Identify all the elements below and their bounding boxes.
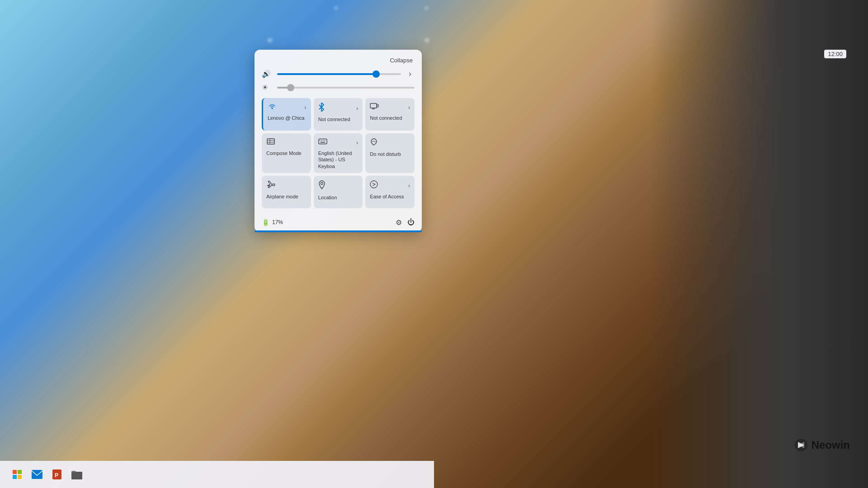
svg-rect-20	[32, 470, 42, 479]
action-center-bottom-bar: 🔋 17% ⚙ ⏻	[262, 215, 415, 227]
volume-fill	[277, 73, 376, 75]
bluetooth-tile[interactable]: › Not connected	[314, 98, 363, 131]
powerpoint-app-icon[interactable]: P	[49, 466, 65, 483]
location-label: Location	[318, 194, 337, 201]
easeofaccess-icon	[370, 180, 378, 191]
device-frame-overlay	[651, 0, 868, 488]
project-tile-top: ›	[370, 103, 410, 112]
easeofaccess-arrow[interactable]: ›	[408, 182, 410, 189]
panel-accent-bar	[255, 230, 422, 232]
airplane-tile-top	[266, 180, 307, 191]
settings-icon[interactable]: ⚙	[396, 218, 402, 227]
easeofaccess-tile[interactable]: › Ease of Access	[365, 176, 415, 208]
brightness-slider[interactable]	[277, 87, 415, 89]
svg-rect-16	[13, 470, 17, 474]
svg-point-15	[370, 181, 377, 188]
brightness-row: ☀	[262, 83, 415, 92]
volume-thumb[interactable]	[373, 70, 380, 78]
mail-app-icon[interactable]	[29, 466, 45, 483]
location-tile[interactable]: Location	[314, 176, 363, 208]
light-spot-1	[268, 38, 272, 42]
light-spot-3	[425, 7, 428, 9]
svg-point-14	[321, 182, 323, 184]
airplane-icon	[266, 180, 275, 191]
compose-label: Compose Mode	[266, 150, 302, 156]
keyboard-tile-top: ›	[318, 138, 359, 147]
neowin-watermark: Neowin	[794, 438, 850, 452]
bluetooth-icon	[318, 103, 325, 113]
files-app-icon[interactable]	[69, 466, 85, 483]
battery-percent: 17%	[272, 219, 283, 225]
easeofaccess-tile-top: ›	[370, 180, 410, 191]
wifi-tile-top: ›	[268, 103, 307, 112]
svg-rect-19	[18, 475, 22, 479]
project-icon	[370, 103, 379, 112]
location-icon	[318, 180, 326, 192]
battery-icon: 🔋	[262, 219, 269, 226]
compose-tile[interactable]: Compose Mode	[262, 133, 311, 173]
brightness-thumb[interactable]	[287, 84, 294, 91]
keyboard-icon	[318, 138, 327, 147]
time-display: 12:00	[824, 50, 846, 58]
project-label: Not connected	[370, 115, 402, 121]
svg-rect-4	[267, 139, 274, 144]
keyboard-tile[interactable]: › English (United States) - US Keyboa	[314, 133, 363, 173]
light-spot-4	[425, 38, 429, 42]
keyboard-label: English (United States) - US Keyboa	[318, 150, 359, 169]
donotdisturb-icon	[370, 138, 378, 148]
bluetooth-label: Not connected	[318, 116, 350, 122]
bluetooth-arrow[interactable]: ›	[356, 105, 358, 112]
brightness-fill	[277, 87, 291, 89]
donotdisturb-tile[interactable]: Do not disturb	[365, 133, 415, 173]
svg-point-0	[272, 108, 273, 109]
volume-row: 🔊 ›	[262, 69, 415, 79]
svg-rect-1	[370, 103, 377, 108]
airplane-tile[interactable]: Airplane mode	[262, 176, 311, 208]
svg-rect-2	[377, 104, 378, 107]
collapse-button[interactable]: Collapse	[262, 57, 415, 64]
neowin-label: Neowin	[811, 439, 850, 451]
bottom-icons: ⚙ ⏻	[396, 218, 415, 227]
compose-icon	[266, 138, 275, 147]
donotdisturb-label: Do not disturb	[370, 151, 401, 157]
volume-slider[interactable]	[277, 73, 401, 75]
project-tile[interactable]: › Not connected	[365, 98, 415, 131]
start-button[interactable]	[9, 466, 25, 483]
keyboard-arrow[interactable]: ›	[356, 139, 358, 146]
location-tile-top	[318, 180, 359, 192]
battery-info: 🔋 17%	[262, 219, 283, 226]
action-center-panel: Collapse 🔊 › ☀	[255, 50, 422, 232]
airplane-label: Airplane mode	[266, 193, 298, 200]
quick-actions-grid: › Lenovo @ Chica › Not connected	[262, 98, 415, 208]
project-arrow[interactable]: ›	[408, 104, 410, 111]
svg-rect-18	[13, 475, 17, 479]
svg-rect-8	[319, 139, 327, 144]
donotdisturb-tile-top	[370, 138, 410, 148]
volume-icon: 🔊	[262, 70, 273, 78]
wifi-label: Lenovo @ Chica	[268, 115, 305, 121]
wifi-icon	[268, 103, 277, 112]
svg-rect-23	[71, 472, 82, 479]
easeofaccess-label: Ease of Access	[370, 193, 404, 200]
brightness-icon: ☀	[262, 83, 273, 92]
light-spot-2	[335, 7, 337, 9]
svg-rect-17	[18, 470, 22, 474]
wifi-arrow[interactable]: ›	[304, 104, 306, 111]
volume-arrow[interactable]: ›	[406, 69, 415, 79]
compose-tile-top	[266, 138, 307, 147]
bluetooth-tile-top: ›	[318, 103, 359, 113]
power-icon[interactable]: ⏻	[407, 218, 415, 226]
wifi-tile[interactable]: › Lenovo @ Chica	[262, 98, 311, 131]
taskbar: P	[0, 461, 434, 488]
svg-text:P: P	[55, 472, 58, 479]
